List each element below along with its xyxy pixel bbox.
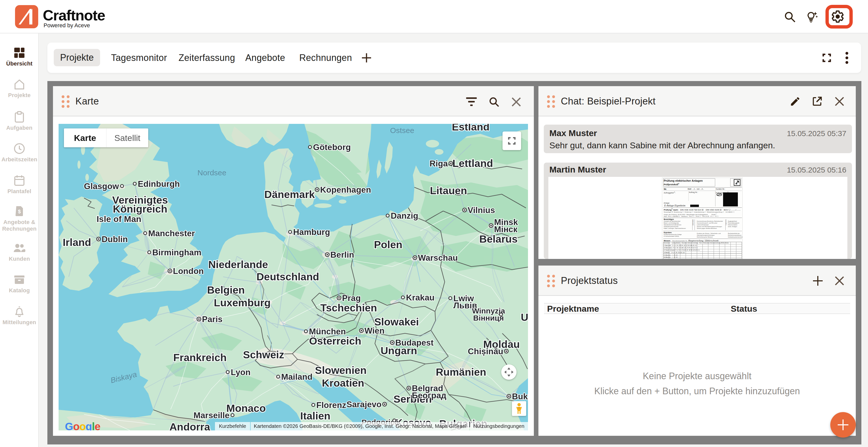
svg-text:Krakau: Krakau: [406, 293, 435, 302]
svg-text:Lettland: Lettland: [452, 157, 493, 169]
svg-text:Ostsee: Ostsee: [390, 126, 414, 135]
svg-text:Paris: Paris: [202, 315, 223, 324]
svg-text:Budapest: Budapest: [395, 338, 433, 347]
svg-text:Berlin: Berlin: [330, 250, 354, 260]
svg-text:Riga: Riga: [429, 159, 448, 168]
svg-text:$: $: [18, 209, 21, 214]
svg-text:Chișinău: Chișinău: [468, 347, 503, 356]
svg-text:Ukraine: Ukraine: [521, 311, 528, 323]
svg-text:Österreich: Österreich: [309, 335, 361, 347]
svg-text:München: München: [309, 327, 346, 336]
svg-text:Birmingham: Birmingham: [152, 248, 202, 257]
svg-text:Мінск: Мінск: [494, 225, 518, 234]
svg-text:Wien: Wien: [365, 326, 384, 335]
svg-text:Slowenien: Slowenien: [315, 364, 367, 376]
svg-text:Sarajevo: Sarajevo: [346, 399, 381, 409]
svg-text:Lyon: Lyon: [231, 367, 251, 377]
svg-text:Tschechien: Tschechien: [320, 302, 377, 314]
svg-text:Isle of Man: Isle of Man: [96, 214, 142, 224]
svg-text:Vilnius: Vilnius: [468, 205, 495, 215]
svg-text:Glasgow: Glasgow: [84, 181, 119, 191]
svg-text:Luxemburg: Luxemburg: [214, 297, 271, 308]
svg-text:Prag: Prag: [342, 293, 361, 303]
svg-text:Rumänien: Rumänien: [436, 366, 486, 378]
svg-text:Belgien: Belgien: [207, 284, 245, 296]
svg-text:Estland: Estland: [452, 124, 490, 133]
svg-text:Marseille: Marseille: [193, 411, 229, 420]
svg-text:Dublin: Dublin: [102, 235, 128, 244]
svg-text:Monaco: Monaco: [226, 403, 266, 414]
svg-text:Nordsee: Nordsee: [197, 169, 226, 177]
svg-text:Niederlande: Niederlande: [208, 259, 268, 270]
svg-text:Deutschland: Deutschland: [256, 271, 319, 282]
svg-text:Irland: Irland: [63, 237, 91, 248]
svg-text:Florenz: Florenz: [316, 400, 346, 410]
svg-text:Danzig: Danzig: [391, 211, 418, 220]
svg-text:London: London: [173, 266, 204, 276]
svg-text:Schweiz: Schweiz: [243, 349, 284, 361]
svg-text:Litauen: Litauen: [430, 185, 467, 197]
svg-text:Warschau: Warschau: [418, 253, 458, 263]
svg-text:Dänemark: Dänemark: [265, 188, 315, 200]
svg-text:Bukarest: Bukarest: [512, 392, 528, 401]
svg-text:Edinburgh: Edinburgh: [138, 179, 180, 188]
svg-text:e: e: [736, 182, 737, 185]
svg-text:Göteborg: Göteborg: [313, 143, 351, 152]
svg-text:Polen: Polen: [374, 239, 402, 250]
svg-text:Kroatien: Kroatien: [322, 377, 364, 389]
svg-text:Königreich: Königreich: [113, 203, 167, 215]
svg-text:Manchester: Manchester: [148, 229, 195, 238]
svg-text:Andorra: Andorra: [169, 421, 210, 430]
svg-text:Hamburg: Hamburg: [293, 227, 330, 237]
svg-text:Београд: Београд: [412, 391, 446, 400]
svg-text:Mailand: Mailand: [281, 372, 312, 382]
svg-text:Belarus: Belarus: [479, 233, 518, 245]
svg-text:Italien: Italien: [300, 410, 330, 422]
svg-text:Frankreich: Frankreich: [173, 352, 227, 363]
svg-text:Kopenhagen: Kopenhagen: [320, 185, 371, 195]
